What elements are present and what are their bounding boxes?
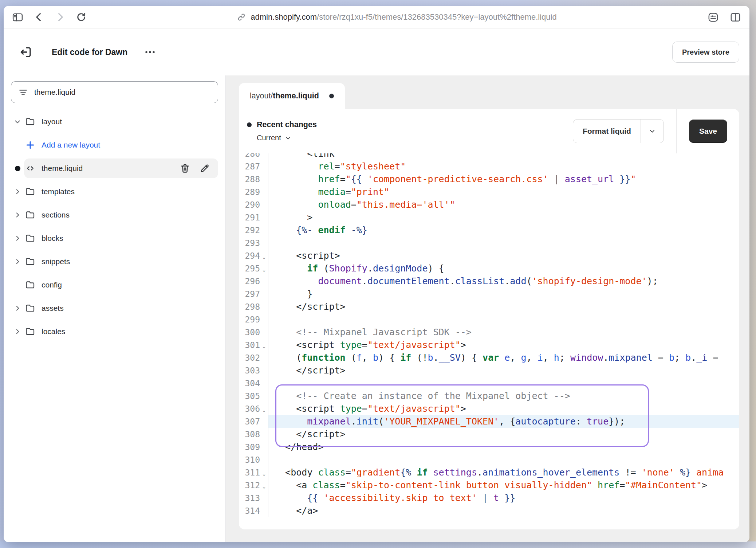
code-text[interactable]: <a class="skip-to-content-link button vi…: [268, 479, 739, 492]
chevron-right-icon[interactable]: [11, 258, 24, 266]
pencil-icon[interactable]: [199, 163, 210, 174]
gutter-292[interactable]: 292: [239, 224, 268, 236]
gutter-310[interactable]: 310: [239, 453, 268, 466]
code-text[interactable]: <script type="text/javascript">: [268, 402, 739, 415]
save-button[interactable]: Save: [689, 120, 727, 143]
code-text[interactable]: rel="stylesheet": [268, 160, 739, 173]
gutter-298[interactable]: 298: [239, 300, 268, 313]
code-editor[interactable]: 286 <link287 rel="stylesheet"288 href="{…: [239, 153, 739, 523]
forward-icon[interactable]: [54, 11, 66, 23]
sidebar-item-sections[interactable]: sections: [11, 206, 218, 224]
gutter-287[interactable]: 287: [239, 160, 268, 173]
gutter-288[interactable]: 288: [239, 173, 268, 185]
reload-icon[interactable]: [75, 11, 87, 23]
format-liquid-button[interactable]: Format liquid: [573, 119, 664, 143]
trash-icon[interactable]: [180, 163, 190, 174]
gutter-286[interactable]: 286: [239, 153, 268, 160]
gutter-289[interactable]: 289: [239, 185, 268, 198]
fold-chevron-icon[interactable]: ⌄: [260, 340, 268, 350]
chevron-right-icon[interactable]: [11, 304, 24, 312]
gutter-304[interactable]: 304: [239, 377, 268, 390]
code-text[interactable]: <body class="gradient{% if settings.anim…: [268, 466, 739, 479]
code-text[interactable]: </script>: [268, 428, 739, 441]
gutter-295[interactable]: 295⌄: [239, 262, 268, 275]
back-icon[interactable]: [33, 11, 45, 23]
sidebar-item-blocks[interactable]: blocks: [11, 229, 218, 247]
chevron-right-icon[interactable]: [11, 328, 24, 336]
gutter-312[interactable]: 312⌄: [239, 479, 268, 492]
gutter-290[interactable]: 290: [239, 198, 268, 211]
code-text[interactable]: [268, 377, 739, 390]
more-menu-icon[interactable]: [143, 46, 157, 59]
sidebar-item-templates[interactable]: templates: [11, 183, 218, 201]
code-text[interactable]: <!-- Create an instance of the Mixpanel …: [268, 390, 739, 402]
chevron-right-icon[interactable]: [11, 188, 24, 196]
tab-theme-liquid[interactable]: layout/theme.liquid: [239, 83, 345, 109]
gutter-303[interactable]: 303: [239, 364, 268, 377]
code-text[interactable]: <!-- Mixpanel Javascript SDK -->: [268, 326, 739, 338]
gutter-306[interactable]: 306⌄: [239, 402, 268, 415]
code-text[interactable]: onload="this.media='all'": [268, 198, 739, 211]
gutter-296[interactable]: 296: [239, 275, 268, 287]
code-text[interactable]: <script>: [268, 249, 739, 262]
gutter-300[interactable]: 300: [239, 326, 268, 338]
code-text[interactable]: }: [268, 287, 739, 300]
sidebar-toggle-icon[interactable]: [12, 11, 24, 23]
sidebar-item-theme-liquid[interactable]: theme.liquid: [11, 159, 218, 177]
gutter-311[interactable]: 311⌄: [239, 466, 268, 479]
code-text[interactable]: </script>: [268, 364, 739, 377]
gutter-302[interactable]: 302: [239, 351, 268, 364]
code-text[interactable]: [268, 313, 739, 326]
split-view-icon[interactable]: [729, 11, 741, 23]
gutter-308[interactable]: 308: [239, 428, 268, 441]
search-input[interactable]: [34, 87, 218, 97]
exit-icon[interactable]: [19, 45, 33, 59]
sidebar-item-config[interactable]: config: [11, 276, 218, 294]
gutter-305[interactable]: 305: [239, 390, 268, 402]
code-text[interactable]: </head>: [268, 441, 739, 453]
gutter-294[interactable]: 294⌄: [239, 249, 268, 262]
gutter-297[interactable]: 297: [239, 287, 268, 300]
chevron-down-icon[interactable]: [11, 118, 24, 126]
fold-chevron-icon[interactable]: ⌄: [260, 468, 268, 477]
preview-store-button[interactable]: Preview store: [672, 42, 739, 63]
code-text[interactable]: {{ 'accessibility.skip_to_text' | t }}: [268, 492, 739, 504]
file-search[interactable]: [11, 81, 218, 103]
code-text[interactable]: <script type="text/javascript">: [268, 338, 739, 351]
fold-chevron-icon[interactable]: ⌄: [260, 251, 268, 261]
sidebar-item-add-layout[interactable]: Add a new layout: [11, 136, 218, 154]
gutter-293[interactable]: 293: [239, 236, 268, 249]
code-text[interactable]: media="print": [268, 185, 739, 198]
fold-chevron-icon[interactable]: ⌄: [260, 481, 268, 490]
gutter-313[interactable]: 313: [239, 492, 268, 504]
gutter-299[interactable]: 299: [239, 313, 268, 326]
code-text[interactable]: mixpanel.init('YOUR_MIXPANEL_TOKEN', {au…: [268, 415, 739, 428]
gutter-291[interactable]: 291: [239, 211, 268, 224]
version-dropdown[interactable]: Current: [257, 134, 317, 142]
code-text[interactable]: >: [268, 211, 739, 224]
sidebar-item-assets[interactable]: assets: [11, 299, 218, 317]
code-text[interactable]: {%- endif -%}: [268, 224, 739, 236]
chevron-right-icon[interactable]: [11, 211, 24, 219]
fold-chevron-icon[interactable]: ⌄: [260, 264, 268, 273]
fold-chevron-icon[interactable]: ⌄: [260, 404, 268, 414]
code-text[interactable]: <link: [268, 153, 739, 160]
sidebar-item-layout[interactable]: layout: [11, 113, 218, 131]
format-options-chevron-icon[interactable]: [641, 120, 664, 143]
address-bar[interactable]: admin.shopify.com/store/rzq1xu-f5/themes…: [97, 12, 697, 22]
gutter-309[interactable]: 309: [239, 441, 268, 453]
sidebar-item-snippets[interactable]: snippets: [11, 253, 218, 271]
gutter-307[interactable]: 307: [239, 415, 268, 428]
browser-settings-icon[interactable]: [707, 11, 719, 23]
code-text[interactable]: </script>: [268, 300, 739, 313]
gutter-301[interactable]: 301⌄: [239, 338, 268, 351]
code-text[interactable]: </a>: [268, 504, 739, 517]
gutter-314[interactable]: 314: [239, 504, 268, 517]
code-text[interactable]: if (Shopify.designMode) {: [268, 262, 739, 275]
code-text[interactable]: [268, 236, 739, 249]
chevron-right-icon[interactable]: [11, 234, 24, 242]
code-text[interactable]: [268, 453, 739, 466]
code-text[interactable]: (function (f, b) { if (!b.__SV) { var e,…: [268, 351, 739, 364]
code-text[interactable]: href="{{ 'component-predictive-search.cs…: [268, 173, 739, 185]
code-text[interactable]: document.documentElement.classList.add('…: [268, 275, 739, 287]
